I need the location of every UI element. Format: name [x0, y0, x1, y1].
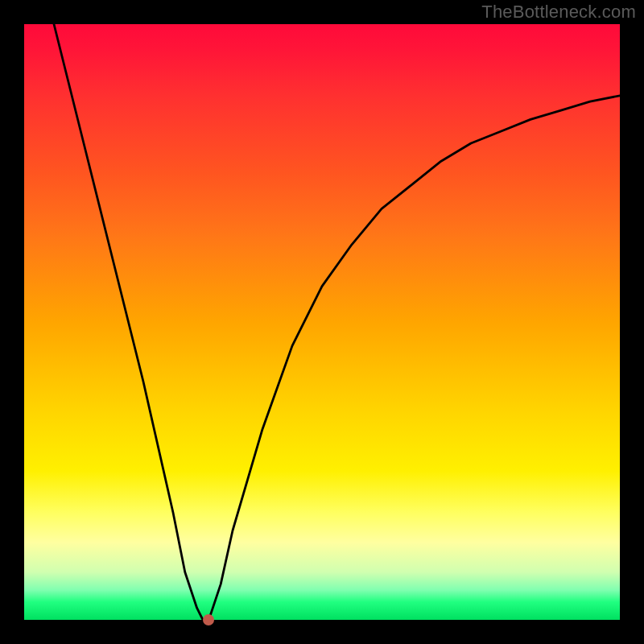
watermark-text: TheBottleneck.com: [481, 2, 636, 23]
chart-marker-dot: [203, 614, 214, 625]
chart-plot-area: [24, 24, 620, 620]
chart-curve: [24, 24, 620, 620]
